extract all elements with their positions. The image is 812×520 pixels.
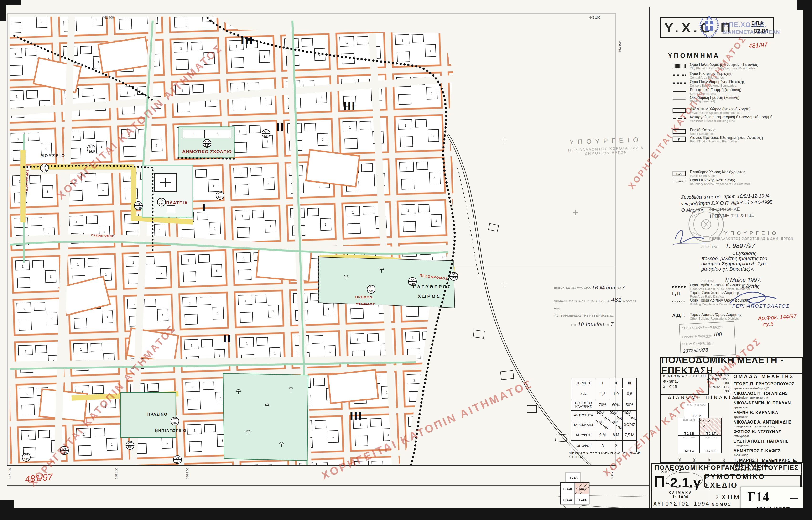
- block-number-circle: ΟΤ187: [171, 417, 179, 425]
- protocol-label: ΑΡΙΘ. ΠΡΩΤ.: [701, 245, 720, 249]
- svg-text:Π-21Γ: Π-21Γ: [578, 487, 586, 490]
- sector-numeral: III: [350, 410, 362, 422]
- svg-text:ΟΤ: ΟΤ: [43, 165, 46, 167]
- scale-value: 1: 1000: [673, 495, 689, 499]
- svg-text:187: 187: [172, 422, 177, 425]
- block-number-circle: ΟΤ197: [173, 456, 182, 464]
- sheet-e: Π-2.1.Ε13.02 14.02: [699, 435, 722, 453]
- approval-date: 8 Μαΐου 1997.: [725, 277, 761, 283]
- team-member: ΝΙΚΟΛΑΟΣ Α. ΑΝΤΩΝΙΑΔΗΣτοπογραφος - συγκο…: [733, 420, 804, 428]
- block-number-circle: ΟΤ184: [60, 446, 69, 454]
- grid-coordinate: 188 700: [610, 468, 614, 479]
- svg-text:106: 106: [42, 168, 47, 172]
- map-label: ΝΗΠΙΑΓΩΓΕΙΟ: [155, 428, 187, 433]
- legend-sector-label: Ι , ΙΙ: [672, 291, 686, 297]
- faint-ministry-stamp: ΥΠΟΥΡΓΕΙΟ ΠΕΡΙΒΑΛΛΟΝΤΟΣ ΧΩΡΟΤΑΞΙΑΣ & ΔΗΜ…: [558, 135, 654, 157]
- center-line: Φ - 38°15: [663, 379, 707, 384]
- sheet-b: Π-2.1.Β11.03 12.03: [678, 418, 700, 436]
- svg-text:ΚΧ: ΚΧ: [160, 199, 163, 202]
- protocol-number: Γ. 9897/97: [726, 242, 755, 250]
- archive-field: Ειδικός: [713, 325, 722, 329]
- svg-text:1: 1: [217, 132, 219, 136]
- archive-row-label: ΑΡΙΘ. ΣΧΕΔΙΟΥ: [681, 326, 702, 330]
- study-team: ΟΜΑΔΑ ΜΕΛΕΤΗΣ ΓΕΩΡΓ. Π. ΓΡΗΓΟΡΟΠΟΥΛΟΣαρχ…: [730, 372, 804, 462]
- sticker-code: Γ14: [747, 489, 769, 504]
- city-label: ΑΘΗΝΑ: [701, 279, 715, 283]
- legend-sector-label: Α,Β,Γ.: [672, 313, 686, 319]
- grid-coordinate: 187 850: [8, 468, 12, 479]
- legend-symbol-icon: [672, 96, 686, 102]
- overprint-agency: Υ.ΠΕ.ΧΩ.Δ.Ε.: [723, 21, 767, 28]
- svg-text:Κ.Χ.: Κ.Χ.: [676, 172, 682, 175]
- legend-text: Λιανικό Εμπόριο, Εξυπηρετήσεις, ΑναψυχήR…: [690, 135, 790, 143]
- map-label: ΒΡΕΦΟΝ.: [355, 295, 374, 299]
- legend-text: Ρυμοτομική Γραμμή (πράσινη)Street Line (…: [690, 88, 790, 96]
- table-cell: 60%: [610, 399, 623, 411]
- handdrawn-ellipse: [666, 472, 703, 488]
- svg-text:ΟΤ: ΟΤ: [24, 454, 28, 457]
- table-cell: ΧΩΡΙΣ: [623, 420, 636, 430]
- ministry-name: ΥΠΟΥΡΓΕΙΟ: [701, 230, 802, 236]
- svg-text:109: 109: [136, 206, 141, 210]
- svg-text:184: 184: [62, 451, 67, 454]
- sheet-label: Π-2.1.Β: [684, 432, 694, 435]
- grid-coordinate: 442 100: [589, 16, 600, 19]
- block-number-circle: ΟΤ106: [40, 164, 48, 172]
- block-number-circle: ΟΤ183: [22, 453, 30, 461]
- team-member: ΓΕΩΡΓ. Π. ΓΡΗΓΟΡΟΠΟΥΛΟΣαρχιτεκτων - πολε…: [733, 382, 804, 390]
- map-label: ΜΟΥΣΕΙΟ: [40, 153, 65, 158]
- scanned-map-sheet: 1 1: [0, 0, 812, 520]
- svg-text:ΟΤ: ΟΤ: [136, 202, 140, 205]
- gazette-line: ΕΝΕΚΡΙΘΗ ΔΙΑ ΤΟΥ ΑΠΟ: [554, 287, 591, 290]
- svg-text:140: 140: [218, 196, 222, 199]
- archive-row-label: ΕΓΓΡΑΦΩΝ: [682, 341, 698, 345]
- svg-text:Π-21Β: Π-21Β: [563, 487, 572, 490]
- table-cell: 70%: [596, 399, 610, 411]
- photo-line: ΗΜΕΡΟΜΗΝΙΑ: [707, 373, 730, 377]
- svg-text:Π-21Ε: Π-21Ε: [578, 498, 587, 501]
- gazette-approval-stamp: ΕΝΕΚΡΙΘΗ ΔΙΑ ΤΟΥ ΑΠΟ 16 Μαΐου 1997 ΔΗΜΟΣ…: [554, 282, 640, 330]
- table-cell: 0,8: [623, 389, 636, 399]
- center-line: λ - -0°15: [663, 384, 707, 389]
- svg-text:1: 1: [193, 132, 195, 136]
- map-label: ΣΤΑΘΜΟΣ: [356, 302, 375, 306]
- legend-symbol-icon: [672, 63, 686, 70]
- signer-name: ΓΕΡ. ΑΠΟΣΤΟΛΑΤΟΣ: [701, 303, 802, 309]
- gazette-line: ΤΗΣ: [571, 323, 577, 327]
- table-cell: 9 Μ: [596, 430, 610, 441]
- svg-text:ΚΦ: ΚΦ: [369, 286, 373, 289]
- sector-numeral: III: [343, 101, 356, 112]
- map-center-info: ΚΕΝΤΡΟΝ Φ.Χ. 1:100 000 Φ - 38°15 λ - -0°…: [661, 372, 709, 395]
- team-member: ΕΥΣΤΡΑΤΙΟΣ Π. ΠΑΠΑΝΗΣτοπογραφος: [733, 439, 804, 447]
- block-number-circle: ΟΤ130: [262, 130, 270, 138]
- block-number-circle: ΟΤ140: [216, 191, 224, 199]
- table-row-label: ΑΡΤΙΟΤΗΤΑ: [571, 411, 596, 420]
- svg-text:ΟΤ: ΟΤ: [62, 447, 66, 450]
- svg-text:129: 129: [205, 144, 210, 147]
- grid-coordinate: 442 300: [618, 41, 621, 52]
- table-cell: 400μ²15μ: [623, 411, 636, 420]
- center-line: ΚΕΝΤΡΟΝ Φ.Χ. 1:100 000: [663, 373, 707, 379]
- block-number-circle: ΚΦ162: [367, 285, 375, 293]
- archive-stamp: ΑΡΙΘ. ΣΧΕΔΙΟΥ Γενικός Ειδικός ΕΡΜΑΡΙΟΝ Θ…: [679, 321, 736, 358]
- svg-text:Π-21Α: Π-21Α: [569, 476, 577, 479]
- table-row-label: Μ. ΥΨΟΣ: [571, 430, 596, 441]
- svg-text:157: 157: [451, 277, 456, 280]
- svg-text:186: 186: [128, 446, 132, 449]
- scan-corner-bottomleft: [0, 500, 14, 520]
- table-cell: [623, 441, 636, 451]
- archive-handwritten: 100: [713, 331, 722, 338]
- svg-text:162: 162: [369, 290, 374, 293]
- table-col-header: ΙΙΙ: [623, 379, 636, 389]
- legend-symbol-icon: [672, 178, 686, 185]
- legend-text: Γενική ΚατοικίαMixed Residential: [690, 128, 790, 135]
- legend-symbol-icon: [672, 107, 686, 114]
- legend-symbol-icon: [672, 128, 686, 135]
- svg-text:183: 183: [24, 458, 29, 461]
- archive-row-label: ΕΡΜΑΡΙΟΝ: [682, 335, 697, 339]
- table-cell: 50%: [623, 399, 636, 411]
- block-number-circle: ΚΧ141: [157, 198, 166, 206]
- gazette-handwritten: 7: [611, 321, 614, 327]
- photo-line: 1983: [707, 381, 730, 385]
- map-label: ΔΗΜΟΤΙΚΟ ΣΧΟΛΕΙΟ: [182, 149, 232, 154]
